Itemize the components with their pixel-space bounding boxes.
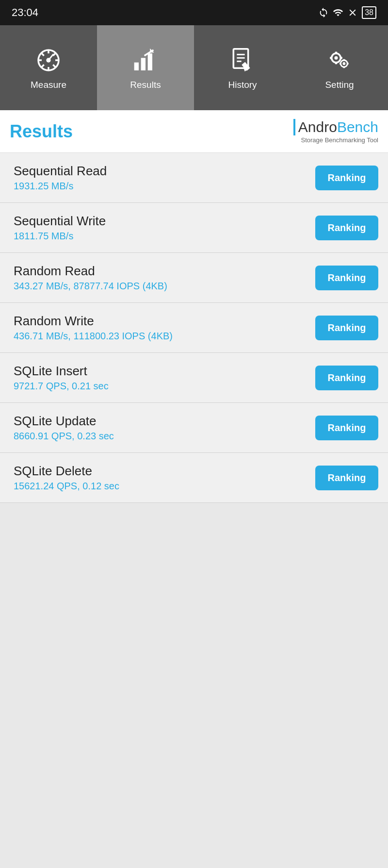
benchmark-value: 343.27 MB/s, 87877.74 IOPS (4KB) <box>14 281 167 292</box>
svg-rect-32 <box>347 63 349 65</box>
svg-rect-27 <box>330 57 332 59</box>
svg-line-6 <box>42 53 44 56</box>
brand-name: AndroBench <box>298 120 378 134</box>
status-icons: 38 <box>318 6 376 19</box>
benchmark-item: SQLite Update 8660.91 QPS, 0.23 sec Rank… <box>0 403 388 453</box>
benchmark-name: SQLite Update <box>14 414 114 429</box>
benchmark-name: Random Write <box>14 314 173 329</box>
svg-point-24 <box>342 62 345 65</box>
svg-point-22 <box>335 56 338 59</box>
svg-rect-29 <box>343 59 345 61</box>
benchmark-name: SQLite Insert <box>14 364 109 379</box>
tab-history-label: History <box>228 80 257 90</box>
wifi-icon <box>333 7 343 18</box>
benchmark-value: 15621.24 QPS, 0.12 sec <box>14 481 119 492</box>
x-icon <box>347 7 358 18</box>
status-bar: 23:04 38 <box>0 0 388 25</box>
benchmark-item: SQLite Insert 9721.7 QPS, 0.21 sec Ranki… <box>0 353 388 403</box>
benchmark-item: Sequential Write 1811.75 MB/s Ranking <box>0 203 388 253</box>
ranking-button[interactable]: Ranking <box>315 416 378 440</box>
benchmark-name: Sequential Read <box>14 164 107 179</box>
benchmark-item: Random Write 436.71 MB/s, 111800.23 IOPS… <box>0 303 388 353</box>
ranking-button[interactable]: Ranking <box>315 366 378 390</box>
benchmark-info: SQLite Update 8660.91 QPS, 0.23 sec <box>14 414 114 442</box>
benchmark-info: SQLite Insert 9721.7 QPS, 0.21 sec <box>14 364 109 392</box>
svg-rect-28 <box>340 57 342 59</box>
setting-icon <box>325 46 354 75</box>
benchmark-value: 8660.91 QPS, 0.23 sec <box>14 431 114 442</box>
tab-results-label: Results <box>130 80 161 90</box>
battery-indicator: 38 <box>362 6 376 19</box>
brand-subtitle: Storage Benchmarking Tool <box>301 136 378 144</box>
nav-tabs: Measure Results <box>0 25 388 110</box>
tab-measure[interactable]: Measure <box>0 25 97 110</box>
tab-setting[interactable]: Setting <box>291 25 388 110</box>
tab-setting-label: Setting <box>325 80 354 90</box>
tab-results[interactable]: Results <box>97 25 194 110</box>
benchmark-item: Random Read 343.27 MB/s, 87877.74 IOPS (… <box>0 253 388 303</box>
brand-logo: AndroBench Storage Benchmarking Tool <box>293 119 378 144</box>
benchmark-value: 9721.7 QPS, 0.21 sec <box>14 381 109 392</box>
battery-level: 38 <box>365 8 373 17</box>
empty-space <box>0 503 388 794</box>
svg-rect-30 <box>343 66 345 68</box>
benchmark-item: Sequential Read 1931.25 MB/s Ranking <box>0 153 388 203</box>
tab-history[interactable]: History <box>194 25 291 110</box>
ranking-button[interactable]: Ranking <box>315 316 378 340</box>
benchmark-info: Random Read 343.27 MB/s, 87877.74 IOPS (… <box>14 264 167 292</box>
history-icon <box>228 46 257 75</box>
svg-rect-31 <box>340 63 341 65</box>
ranking-button[interactable]: Ranking <box>315 266 378 290</box>
measure-icon <box>34 46 63 75</box>
page-title: Results <box>10 121 73 142</box>
benchmark-value: 1931.25 MB/s <box>14 181 107 192</box>
benchmark-item: SQLite Delete 15621.24 QPS, 0.12 sec Ran… <box>0 453 388 503</box>
svg-line-10 <box>48 54 53 60</box>
ranking-button[interactable]: Ranking <box>315 466 378 490</box>
benchmark-info: Sequential Write 1811.75 MB/s <box>14 214 106 242</box>
benchmark-value: 1811.75 MB/s <box>14 231 106 242</box>
benchmark-info: Random Write 436.71 MB/s, 111800.23 IOPS… <box>14 314 173 342</box>
svg-line-9 <box>42 65 44 67</box>
results-icon <box>131 46 160 75</box>
benchmark-value: 436.71 MB/s, 111800.23 IOPS (4KB) <box>14 331 173 342</box>
benchmark-name: SQLite Delete <box>14 464 119 479</box>
benchmark-info: Sequential Read 1931.25 MB/s <box>14 164 107 192</box>
svg-rect-13 <box>148 53 152 70</box>
benchmark-name: Random Read <box>14 264 167 279</box>
svg-rect-25 <box>335 51 338 54</box>
svg-rect-11 <box>134 62 139 70</box>
svg-line-7 <box>53 65 55 67</box>
svg-rect-26 <box>335 62 338 64</box>
ranking-button[interactable]: Ranking <box>315 166 378 190</box>
benchmark-info: SQLite Delete 15621.24 QPS, 0.12 sec <box>14 464 119 492</box>
tab-measure-label: Measure <box>31 80 66 90</box>
ranking-button[interactable]: Ranking <box>315 216 378 240</box>
results-header: Results AndroBench Storage Benchmarking … <box>0 110 388 153</box>
status-time: 23:04 <box>12 6 38 19</box>
brand-bar <box>293 119 295 135</box>
benchmark-list: Sequential Read 1931.25 MB/s Ranking Seq… <box>0 153 388 503</box>
benchmark-name: Sequential Write <box>14 214 106 229</box>
sync-icon <box>318 7 329 18</box>
svg-rect-12 <box>141 58 146 70</box>
